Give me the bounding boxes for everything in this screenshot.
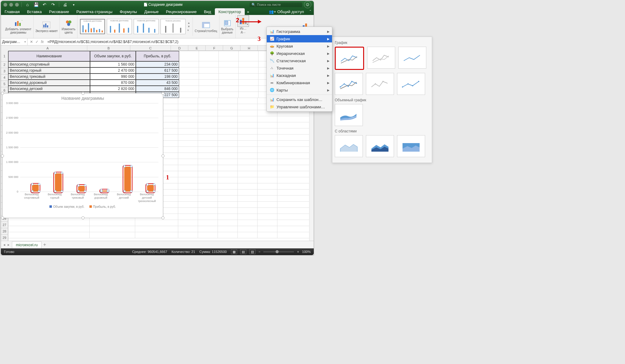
sheet-next-icon[interactable]: ▸ xyxy=(8,243,9,247)
tabs-overflow-icon[interactable]: » xyxy=(245,8,251,15)
sheet-tab[interactable]: microexcel.ru xyxy=(12,241,42,248)
area-option-2[interactable] xyxy=(366,135,394,157)
cell-B4[interactable]: 990 000 xyxy=(90,74,136,80)
account-icon[interactable]: ☺ xyxy=(304,1,311,8)
qat-dropdown-icon[interactable]: ▾ xyxy=(70,2,77,7)
close-traffic[interactable] xyxy=(3,3,7,7)
undo-icon[interactable]: ↶ xyxy=(41,2,48,7)
style-scroll-down[interactable]: ▼ xyxy=(187,25,190,28)
col-D[interactable]: D xyxy=(171,45,188,51)
enter-formula-icon[interactable]: ✓ xyxy=(35,40,38,44)
row-2[interactable]: 2 xyxy=(1,62,8,68)
cell-B6[interactable]: 2 820 000 xyxy=(90,86,136,92)
chart-style-4[interactable]: Название диаграммы xyxy=(161,19,186,34)
collapse-ribbon-icon[interactable]: ˆ xyxy=(307,8,314,15)
switch-row-column-button[interactable]: Строка/столбец xyxy=(193,15,219,38)
tab-chart-design[interactable]: Конструктор xyxy=(215,8,245,15)
menu-item-8[interactable]: 🌐Карты▶ xyxy=(267,86,332,94)
add-sheet-button[interactable]: + xyxy=(42,242,48,247)
col-C[interactable]: C xyxy=(130,45,171,51)
row-1[interactable]: 1 xyxy=(1,51,8,62)
name-box[interactable]: Диаграм…▾ xyxy=(1,38,27,45)
tab-data[interactable]: Данные xyxy=(141,8,162,15)
zoom-slider[interactable] xyxy=(263,251,294,252)
chart-legend[interactable]: Объем закупки, в руб. Прибыль, в руб. xyxy=(2,205,163,208)
cell-A3[interactable]: Велосипед горный xyxy=(8,67,90,74)
col-B[interactable]: B xyxy=(87,45,130,51)
select-all-corner[interactable] xyxy=(1,45,9,51)
tab-formulas[interactable]: Формулы xyxy=(116,8,141,15)
col-H[interactable]: H xyxy=(240,45,258,51)
cell-C2[interactable]: 234 000 xyxy=(136,61,179,67)
menu-item-1[interactable]: 📈График▶ xyxy=(267,35,332,42)
cell-A4[interactable]: Велосипед трековый xyxy=(8,74,90,80)
cell-B1[interactable]: Объем закупки, в руб. xyxy=(90,51,136,61)
menu-item-2[interactable]: 🥧Круговая▶ xyxy=(267,42,332,50)
cell-C1[interactable]: Прибыль, в руб. xyxy=(136,51,179,61)
view-normal-icon[interactable]: ▦ xyxy=(231,249,237,254)
menu-item-4[interactable]: 📉Статистическая▶ xyxy=(267,57,332,64)
style-more[interactable]: ▾ xyxy=(187,29,190,32)
row-4[interactable]: 4 xyxy=(1,74,8,81)
cell-A1[interactable]: Наименование xyxy=(8,51,90,61)
cell-B5[interactable]: 870 000 xyxy=(90,80,136,86)
line-3d-option-1[interactable] xyxy=(335,104,363,126)
max-traffic[interactable] xyxy=(15,3,19,7)
area-option-1[interactable] xyxy=(335,135,363,157)
col-G[interactable]: G xyxy=(223,45,240,51)
row-5[interactable]: 5 xyxy=(1,81,8,87)
style-scroll-up[interactable]: ▲ xyxy=(187,21,190,24)
zoom-out-icon[interactable]: − xyxy=(258,250,260,254)
tab-view[interactable]: Вид xyxy=(200,8,215,15)
col-E[interactable]: E xyxy=(188,45,206,51)
row-27[interactable]: 27 xyxy=(1,222,8,228)
quick-layout-button[interactable]: Экспресс-макет xyxy=(34,15,60,38)
cell-B3[interactable]: 2 470 000 xyxy=(90,67,136,74)
sheet-prev-icon[interactable]: ◂ xyxy=(3,243,5,247)
tab-page-layout[interactable]: Разметка страницы xyxy=(73,8,116,15)
save-icon[interactable]: 💾 xyxy=(33,2,39,7)
menu-item-5[interactable]: ∴Точечная▶ xyxy=(267,64,332,72)
home-icon[interactable]: ⌂ xyxy=(24,2,31,7)
min-traffic[interactable] xyxy=(9,3,13,7)
print-icon[interactable]: 🖨 xyxy=(62,2,68,7)
menu-save-template[interactable]: 📊Сохранить как шаблон… xyxy=(267,96,332,103)
change-chart-type-button[interactable]: ▾ xyxy=(237,15,249,27)
cell-C3[interactable]: 617 500 xyxy=(136,67,179,74)
menu-item-0[interactable]: 📊Гистограмма▶ xyxy=(267,28,332,35)
cell-B2[interactable]: 1 560 000 xyxy=(90,61,136,67)
zoom-in-icon[interactable]: + xyxy=(297,250,299,254)
cell-A5[interactable]: Велосипед дорожный xyxy=(8,80,90,86)
zoom-level[interactable]: 100% xyxy=(302,250,311,254)
cell-C5[interactable]: 43 500 xyxy=(136,80,179,86)
line-marker-option-3[interactable] xyxy=(397,73,425,95)
view-break-icon[interactable]: ▧ xyxy=(249,249,255,254)
fx-icon[interactable]: fx xyxy=(41,40,44,44)
chart-style-2[interactable]: НАЗВАНИЕ ДИАГРАММЫ xyxy=(107,19,132,34)
menu-item-3[interactable]: 🌳Иерархическая▶ xyxy=(267,50,332,57)
cancel-formula-icon[interactable]: ✕ xyxy=(30,40,33,44)
view-page-icon[interactable]: ▤ xyxy=(240,249,246,254)
select-data-button[interactable]: Выбрать данные xyxy=(219,15,236,38)
row-3[interactable]: 3 xyxy=(1,68,8,74)
cell-A2[interactable]: Велосипед спортивный xyxy=(8,61,90,67)
cell-A6[interactable]: Велосипед детский xyxy=(8,86,90,92)
add-chart-element-button[interactable]: + Добавить элемент диаграммы xyxy=(3,15,34,38)
col-A[interactable]: A xyxy=(8,45,87,51)
row-29[interactable]: 29 xyxy=(1,235,8,241)
line-chart-option-3[interactable] xyxy=(398,47,426,69)
line-chart-option-2[interactable] xyxy=(367,47,395,69)
embedded-chart[interactable]: Название диаграммы 0500 0001 000 0001 50… xyxy=(2,93,163,218)
area-option-3[interactable] xyxy=(397,135,425,157)
menu-manage-templates[interactable]: 📁Управление шаблонами… xyxy=(267,103,332,110)
line-marker-option-2[interactable] xyxy=(366,73,394,95)
tab-insert[interactable]: Вставка xyxy=(23,8,45,15)
tab-home[interactable]: Главная xyxy=(1,8,23,15)
row-28[interactable]: 28 xyxy=(1,228,8,235)
tab-draw[interactable]: Рисование xyxy=(45,8,73,15)
tab-review[interactable]: Рецензирование xyxy=(162,8,200,15)
change-colors-button[interactable]: Изменить цвета xyxy=(60,15,78,38)
chart-plot-area[interactable]: 0500 0001 000 0001 500 0002 000 0002 500… xyxy=(20,103,158,192)
redo-icon[interactable]: ↷ xyxy=(50,2,56,7)
share-button[interactable]: 👥+ Общий доступ xyxy=(266,8,307,15)
